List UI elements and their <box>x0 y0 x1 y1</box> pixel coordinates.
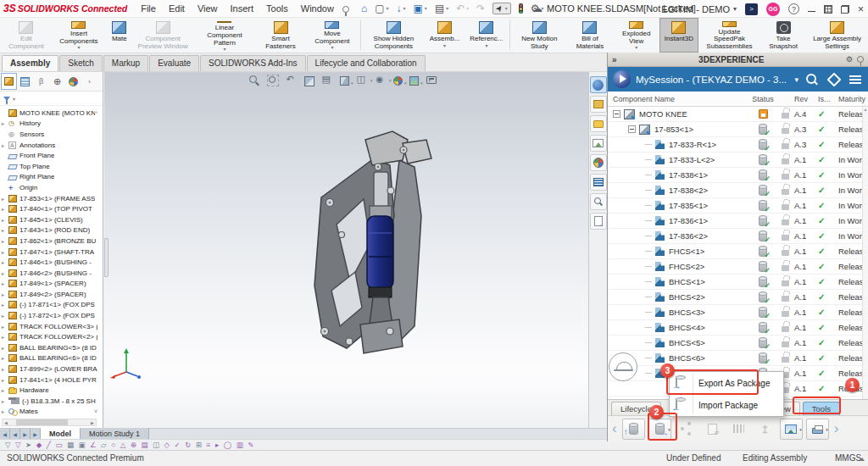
tree-expander[interactable] <box>2 248 8 256</box>
capture-image-button[interactable] <box>780 419 803 440</box>
featuremanager-tab[interactable] <box>1 73 17 90</box>
ribbon-tab[interactable]: Assembly <box>2 55 58 71</box>
model-tab[interactable]: Model <box>41 428 81 439</box>
tree-expander[interactable] <box>2 301 8 308</box>
filter-edges-icon[interactable]: ╱ <box>47 441 51 449</box>
ribbon-tab[interactable]: Lifecycle and Collaboration <box>307 55 426 71</box>
select-button[interactable]: ➤ ▾ <box>492 3 510 14</box>
component-row[interactable]: MOTO KNEE A.4 Released <box>608 107 862 122</box>
ribbon-edit-component[interactable]: Edit Component <box>2 18 51 53</box>
row-expander[interactable] <box>645 327 652 328</box>
column-component-name[interactable]: Component Name <box>608 95 750 103</box>
tree-expander[interactable] <box>2 269 8 277</box>
filter-plane-icon[interactable]: ▱ <box>101 441 107 449</box>
component-row[interactable]: FHCS<1> A.1 Released <box>608 244 862 259</box>
tree-expander[interactable] <box>2 408 8 415</box>
tree-item[interactable]: Sensors <box>0 129 98 140</box>
tree-item[interactable]: 17-849<1> (SPACER) <box>0 279 98 290</box>
help-button[interactable]: ? <box>788 3 799 14</box>
tree-item[interactable]: Right Plane <box>0 172 98 183</box>
barcode-button[interactable] <box>727 419 750 440</box>
share-button[interactable] <box>675 419 698 440</box>
filter-clear-icon[interactable]: ▽ <box>15 441 21 449</box>
tree-expander[interactable] <box>2 397 8 405</box>
filter-sketch-point-icon[interactable]: △ <box>120 441 126 449</box>
tree-item[interactable]: 17-899<2> (LOWER BRA <box>0 363 98 374</box>
menu-item[interactable]: Window <box>301 3 334 14</box>
tree-expander[interactable] <box>2 365 8 373</box>
filter-vertices-icon[interactable]: ◆ <box>36 441 42 449</box>
taskpane-design-library-tab[interactable] <box>590 115 607 132</box>
edit-appearance-icon[interactable] <box>393 76 403 86</box>
row-expander[interactable] <box>645 373 652 374</box>
taskpane-document-manager-tab[interactable] <box>590 213 607 230</box>
ribbon-move-component[interactable]: Move Component <box>306 18 359 53</box>
ribbon-reference-geometry[interactable]: Referenc... <box>465 18 508 53</box>
tree-item[interactable]: 17-862<1> (BRONZE BU <box>0 236 98 247</box>
filter-component-icon[interactable]: ▸ <box>215 441 219 449</box>
taskpane-search-tab[interactable] <box>590 193 607 210</box>
undo-button[interactable]: ↶ ▾ <box>456 3 469 14</box>
tree-expander[interactable] <box>2 205 8 213</box>
tree-expander[interactable] <box>2 333 8 341</box>
component-row[interactable]: 17-838<2> A.1 In Work <box>608 183 862 198</box>
tree-item[interactable]: Hardware <box>0 385 98 396</box>
ribbon-assembly-features[interactable]: Assemb... <box>425 18 465 53</box>
tree-item[interactable]: 17-840<1> (TOP PIVOT <box>0 203 98 214</box>
menu-item[interactable]: Edit <box>169 3 185 14</box>
search-icon[interactable] <box>805 73 818 86</box>
panel-gear-icon[interactable]: ⚙ <box>846 55 853 64</box>
sep1[interactable] <box>360 20 361 50</box>
ribbon-tab[interactable]: Markup <box>103 55 148 71</box>
column-rev[interactable]: Rev <box>794 95 818 103</box>
hamburger-menu-icon[interactable] <box>849 75 861 84</box>
account-menu[interactable]: EGITIM - DEMO▾ <box>661 4 737 14</box>
component-row[interactable]: 17-833-L<2> A.1 In Work <box>608 153 862 168</box>
view-orientation-icon[interactable] <box>340 76 349 86</box>
menu-item[interactable]: Insert <box>231 3 254 14</box>
filter-more-icon[interactable]: ✎ <box>248 441 253 449</box>
row-expander[interactable] <box>645 358 652 358</box>
prev-tab-button[interactable]: ◀ <box>10 429 20 439</box>
component-row[interactable]: 17-835<1> A.1 In Work <box>608 198 862 214</box>
apps-grid-button[interactable] <box>824 5 832 14</box>
ribbon-linear-component-pattern[interactable]: Linear Component Pattern <box>194 18 256 53</box>
menu-item[interactable]: File <box>141 3 156 14</box>
tree-expander[interactable] <box>2 344 8 352</box>
filter-note-icon[interactable]: ◫ <box>153 441 159 449</box>
tree-item[interactable]: Mates ˅ <box>0 407 98 416</box>
new-document-button[interactable]: ▢ ▾ <box>375 3 388 14</box>
row-expander[interactable] <box>645 281 652 282</box>
tree-expander[interactable] <box>2 237 8 245</box>
ribbon-take-snapshot[interactable]: Take Snapshot <box>760 18 806 53</box>
tree-expander[interactable] <box>2 323 8 330</box>
ribbon-component-preview-window[interactable]: Component Preview Window <box>132 18 194 53</box>
3dexperience-launcher-icon[interactable]: > <box>745 3 758 15</box>
filter-annotation-icon[interactable]: ▤ <box>141 441 147 449</box>
select-arrow-icon[interactable]: ➤ <box>25 441 31 449</box>
component-row[interactable]: BHCS<3> A.1 Released <box>608 305 862 320</box>
previous-view-icon[interactable] <box>286 75 298 86</box>
ribbon-tab[interactable]: Evaluate <box>149 55 199 71</box>
tree-item[interactable]: History <box>0 119 98 130</box>
open-button[interactable]: ↓ ▾ <box>397 3 406 14</box>
taskpane-appearances-tab[interactable] <box>590 154 607 171</box>
filter-sketch-icon[interactable]: ○ <box>111 441 115 449</box>
ribbon-tab[interactable]: SOLIDWORKS Add-Ins <box>200 55 305 71</box>
tree-item[interactable]: 17-853<1> (FRAME ASS <box>0 193 98 204</box>
units-selector[interactable]: MMGS <box>835 453 861 463</box>
tree-expander[interactable] <box>2 258 8 266</box>
tree-item[interactable]: 17-843<1> (ROD END) <box>0 225 98 236</box>
save-button[interactable]: ▣ ▾ <box>414 3 427 14</box>
tree-item[interactable]: 17-846<1> (BUSHING - <box>0 257 98 268</box>
row-expander[interactable] <box>645 251 652 252</box>
filter-weld-icon[interactable]: ◇ <box>164 441 170 449</box>
tree-expander[interactable] <box>2 216 8 224</box>
next-tab-button[interactable]: ▶ <box>20 429 31 439</box>
filter-dimension-icon[interactable]: ⊕ <box>131 441 136 449</box>
component-row[interactable]: FHCS<2> A.1 Released <box>608 259 862 275</box>
ribbon-bill-of-materials[interactable]: Bill of Materials <box>566 18 613 53</box>
scroll-right-arrow[interactable]: ▶ <box>89 420 96 425</box>
component-row[interactable]: 17-838<1> A.1 In Work <box>608 168 862 183</box>
filter-block-icon[interactable]: ⊞ <box>196 441 202 449</box>
